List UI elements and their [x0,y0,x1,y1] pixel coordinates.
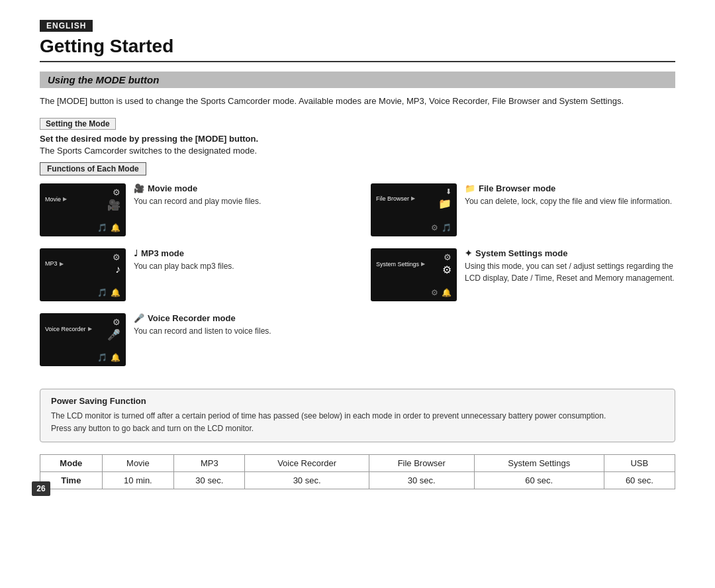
ss-icon3: ⚙ [431,288,438,297]
ss-icon1: ⚙ [444,252,452,262]
mode-item-systemsettings: System Settings▶ ⚙ ⚙ ⚙ 🔔 [371,248,675,301]
table-header-mp3: MP3 [174,455,245,472]
voice-mode-info: 🎤 Voice Recorder mode You can record and… [134,313,344,337]
power-saving-text1: The LCD monitor is turned off after a ce… [51,410,664,422]
fb-icon2: 📁 [438,197,452,210]
mode-description: The Sports Camcorder switches to the des… [40,146,675,156]
movie-screen: Movie▶ ⚙ 🎥 🎵 🔔 [40,183,126,236]
mode-item-voice: Voice Recorder▶ ⚙ 🎤 🎵 🔔 [40,313,344,366]
language-badge: ENGLISH [40,20,93,32]
mode-item-filebrowser: File Browser▶ ⬇ 📁 ⚙ 🎵 [371,183,675,236]
table-cell-usb-time: 60 sec. [604,472,675,489]
movie-icon4: 🔔 [111,223,120,232]
left-modes-col: Movie▶ ⚙ 🎥 🎵 🔔 [40,183,344,378]
ss-icon4: 🔔 [442,288,452,297]
voice-icon4: 🔔 [111,353,120,362]
movie-mode-info: 🎥 Movie mode You can record and play mov… [134,183,344,207]
table-cell-filebrowser-time: 30 sec. [369,472,474,489]
filebrowser-mode-name: 📁 File Browser mode [465,183,675,193]
filebrowser-screen: File Browser▶ ⬇ 📁 ⚙ 🎵 [371,183,457,236]
intro-text: The [MODE] button is used to change the … [40,95,675,109]
mp3-mode-info: ♩ MP3 mode You can play back mp3 files. [134,248,344,272]
voice-screen: Voice Recorder▶ ⚙ 🎤 🎵 🔔 [40,313,126,366]
power-saving-title: Power Saving Function [51,396,664,406]
mp3-mode-desc: You can play back mp3 files. [134,260,344,272]
table-header-usb: USB [604,455,675,472]
systemsettings-mode-info: ✦ System Settings mode Using this mode, … [465,248,675,284]
right-modes-col: File Browser▶ ⬇ 📁 ⚙ 🎵 [371,183,675,378]
mp3-icon3: 🎵 [97,288,107,297]
systemsettings-screen: System Settings▶ ⚙ ⚙ ⚙ 🔔 [371,248,457,301]
movie-mode-desc: You can record and play movie files. [134,195,344,207]
voice-mode-desc: You can record and listen to voice files… [134,325,344,337]
filebrowser-screen-label: File Browser▶ [376,195,415,202]
functions-section: Functions of Each Mode Movie▶ ⚙ [40,162,675,378]
systemsettings-mode-name: ✦ System Settings mode [465,248,675,258]
movie-screen-label: Movie▶ [45,196,67,203]
voice-screen-label: Voice Recorder▶ [45,326,92,332]
table-cell-movie-time: 10 min. [102,472,173,489]
fb-icon1: ⬇ [446,187,452,196]
movie-mode-name: 🎥 Movie mode [134,183,344,193]
page-number: 26 [32,481,50,496]
voice-mode-name: 🎤 Voice Recorder mode [134,313,344,323]
table-header-mode: Mode [40,455,103,472]
mp3-icon1: ⚙ [113,252,120,262]
movie-icon3: 🎵 [97,223,107,232]
mode-table: Mode Movie MP3 Voice Recorder File Brows… [40,454,675,489]
mp3-mode-name: ♩ MP3 mode [134,248,344,258]
power-saving-section: Power Saving Function The LCD monitor is… [40,389,675,442]
mp3-screen: MP3▶ ⚙ ♪ 🎵 🔔 [40,248,126,301]
fb-icon3: ⚙ [431,223,438,232]
ss-icon2: ⚙ [442,264,452,276]
mode-item-movie: Movie▶ ⚙ 🎥 🎵 🔔 [40,183,344,236]
setting-mode-section: Setting the Mode Set the desired mode by… [40,118,675,156]
table-cell-mp3-time: 30 sec. [174,472,245,489]
movie-icon1: ⚙ [113,187,120,197]
mp3-screen-label: MP3▶ [45,260,64,267]
movie-icon2: 🎥 [107,199,120,211]
systemsettings-mode-desc: Using this mode, you can set / adjust se… [465,260,675,284]
table-cell-voice-time: 30 sec. [245,472,369,489]
filebrowser-mode-desc: You can delete, lock, copy the file and … [465,195,675,207]
mode-item-mp3: MP3▶ ⚙ ♪ 🎵 🔔 [40,248,344,301]
filebrowser-mode-info: 📁 File Browser mode You can delete, lock… [465,183,675,207]
section-title: Using the MODE button [40,72,675,88]
fb-icon4: 🎵 [442,223,452,232]
voice-icon1: ⚙ [113,317,120,327]
mp3-icon4: 🔔 [111,288,120,297]
voice-icon2: 🎤 [107,328,120,341]
voice-icon3: 🎵 [97,353,107,362]
modes-grid: Movie▶ ⚙ 🎥 🎵 🔔 [40,183,675,378]
table-header-voice: Voice Recorder [245,455,369,472]
power-saving-text2: Press any button to go back and turn on … [51,422,664,435]
mp3-icon2: ♪ [115,264,120,275]
setting-mode-label: Setting the Mode [40,118,116,130]
functions-label: Functions of Each Mode [40,162,146,175]
mode-instruction: Set the desired mode by pressing the [MO… [40,134,675,144]
page-title: Getting Started [40,36,675,62]
table-header-system-settings: System Settings [474,455,604,472]
table-header-movie: Movie [102,455,173,472]
table-header-file-browser: File Browser [369,455,474,472]
page-container: ENGLISH Getting Started Using the MODE b… [0,0,715,509]
systemsettings-screen-label: System Settings▶ [376,261,425,268]
table-cell-systemsettings-time: 60 sec. [474,472,604,489]
